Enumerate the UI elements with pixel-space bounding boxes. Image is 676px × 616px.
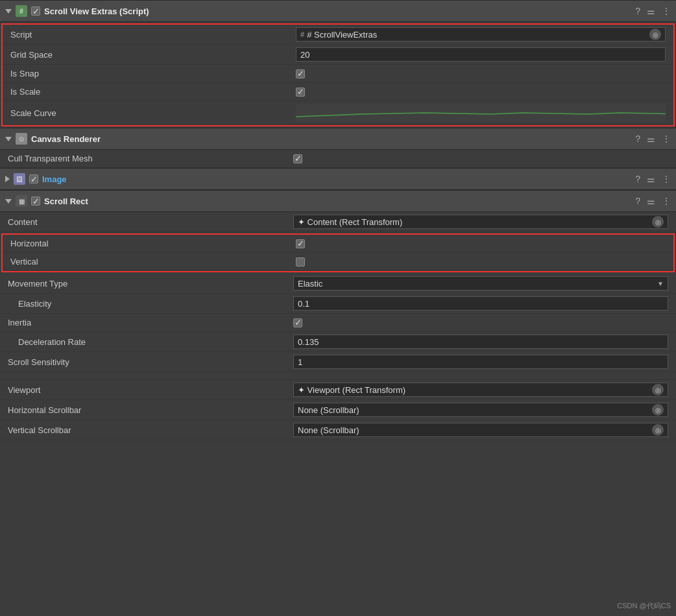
viewport-ref-field[interactable]: ✦ Viewport (Rect Transform) ◎ xyxy=(293,383,668,397)
script-label: Script xyxy=(10,30,296,40)
scroll-view-extras-collapse[interactable] xyxy=(5,9,12,14)
cull-transparent-checkbox[interactable] xyxy=(293,154,302,163)
scroll-rect-header: ▦ Scroll Rect ? ⚌ ⋮ xyxy=(0,190,676,212)
scroll-sensitivity-input[interactable] xyxy=(293,355,668,369)
h-scrollbar-ref-target[interactable]: ◎ xyxy=(652,404,664,416)
scroll-view-extras-header: # Scroll View Extras (Script) ? ⚌ ⋮ xyxy=(0,0,676,22)
movement-type-value: Elastic ▼ xyxy=(293,276,668,290)
viewport-value: ✦ Viewport (Rect Transform) ◎ xyxy=(293,383,668,397)
canvas-help-icon[interactable]: ? xyxy=(635,134,640,144)
inertia-label: Inertia xyxy=(8,318,293,327)
script-ref-icon: # xyxy=(300,30,304,38)
scroll-sensitivity-value xyxy=(293,355,668,369)
movement-type-label: Movement Type xyxy=(8,279,293,289)
scale-curve-value xyxy=(296,104,666,122)
scroll-rect-title: Scroll Rect xyxy=(44,196,88,206)
image-collapse[interactable] xyxy=(5,176,10,182)
movement-type-text: Elastic xyxy=(298,279,657,289)
canvas-renderer-title: Canvas Renderer xyxy=(31,134,101,144)
deceleration-rate-label: Deceleration Rate xyxy=(8,337,293,347)
is-snap-checkbox[interactable] xyxy=(296,69,305,78)
horizontal-value xyxy=(296,239,666,248)
cull-transparent-row: Cull Transparent Mesh xyxy=(0,150,676,168)
grid-space-input[interactable] xyxy=(296,47,666,62)
vertical-row: Vertical xyxy=(3,253,673,271)
image-enable-check xyxy=(30,174,38,184)
scale-curve-row: Scale Curve xyxy=(3,101,673,125)
is-snap-label: Is Snap xyxy=(10,69,296,78)
canvas-renderer-header: ⊙ Canvas Renderer ? ⚌ ⋮ xyxy=(0,128,676,150)
movement-type-dropdown[interactable]: Elastic ▼ xyxy=(293,276,668,290)
v-scrollbar-ref-field[interactable]: None (Scrollbar) ◎ xyxy=(293,423,668,437)
vertical-value xyxy=(296,257,666,267)
inertia-row: Inertia xyxy=(0,314,676,332)
is-snap-row: Is Snap xyxy=(3,65,673,83)
content-ref-field[interactable]: ✦ Content (Rect Transform) ◎ xyxy=(293,215,668,229)
image-more-icon[interactable]: ⋮ xyxy=(662,174,671,184)
script-ref-target[interactable]: ◎ xyxy=(649,29,661,40)
deceleration-rate-value xyxy=(293,335,668,349)
script-icon: # xyxy=(16,5,27,17)
scroll-view-extras-content: Script # # ScrollViewExtras ◎ Grid Space… xyxy=(1,23,675,126)
cull-transparent-value xyxy=(293,154,668,163)
vertical-checkbox[interactable] xyxy=(296,257,305,267)
deceleration-rate-row: Deceleration Rate xyxy=(0,332,676,352)
elasticity-row: Elasticity xyxy=(0,294,676,314)
viewport-ref-target[interactable]: ◎ xyxy=(652,384,664,396)
inertia-checkbox[interactable] xyxy=(293,318,302,327)
script-ref-field[interactable]: # # ScrollViewExtras ◎ xyxy=(296,27,666,41)
canvas-settings-icon[interactable]: ⚌ xyxy=(647,134,655,144)
script-row: Script # # ScrollViewExtras ◎ xyxy=(3,25,673,45)
canvas-renderer-collapse[interactable] xyxy=(5,137,12,141)
vertical-scrollbar-label: Vertical Scrollbar xyxy=(8,425,293,435)
image-enable[interactable] xyxy=(29,174,38,184)
movement-type-arrow: ▼ xyxy=(657,280,664,287)
canvas-more-icon[interactable]: ⋮ xyxy=(662,134,671,144)
spacer-row xyxy=(0,372,676,380)
scroll-sensitivity-label: Scroll Sensitivity xyxy=(8,357,293,367)
image-help-icon[interactable]: ? xyxy=(635,174,640,184)
content-ref-target[interactable]: ◎ xyxy=(652,216,664,228)
scale-curve-widget[interactable] xyxy=(296,104,666,122)
content-row: Content ✦ Content (Rect Transform) ◎ xyxy=(0,212,676,232)
cull-transparent-label: Cull Transparent Mesh xyxy=(8,154,293,163)
deceleration-rate-input[interactable] xyxy=(293,335,668,349)
image-header: 🖼 Image ? ⚌ ⋮ xyxy=(0,168,676,190)
scroll-view-extras-enable[interactable] xyxy=(31,6,40,16)
viewport-row: Viewport ✦ Viewport (Rect Transform) ◎ xyxy=(0,380,676,400)
v-scrollbar-ref-target[interactable]: ◎ xyxy=(652,424,664,436)
scroll-rect-help-icon[interactable]: ? xyxy=(635,196,640,206)
elasticity-label: Elasticity xyxy=(8,299,293,309)
vertical-label: Vertical xyxy=(10,257,296,267)
horizontal-row: Horizontal xyxy=(3,235,673,253)
is-scale-checkbox[interactable] xyxy=(296,88,305,97)
more-icon[interactable]: ⋮ xyxy=(662,6,671,16)
elasticity-input[interactable] xyxy=(293,296,668,311)
horizontal-checkbox[interactable] xyxy=(296,239,305,248)
is-scale-check xyxy=(297,87,304,97)
scroll-rect-more-icon[interactable]: ⋮ xyxy=(662,196,671,206)
horizontal-scrollbar-value: None (Scrollbar) ◎ xyxy=(293,403,668,417)
settings-icon[interactable]: ⚌ xyxy=(647,6,655,16)
canvas-icon: ⊙ xyxy=(16,133,27,145)
image-settings-icon[interactable]: ⚌ xyxy=(647,174,655,184)
help-icon[interactable]: ? xyxy=(635,6,640,16)
h-scrollbar-ref-field[interactable]: None (Scrollbar) ◎ xyxy=(293,403,668,417)
script-ref-text: # ScrollViewExtras xyxy=(307,30,647,40)
horizontal-scrollbar-row: Horizontal Scrollbar None (Scrollbar) ◎ xyxy=(0,400,676,420)
inspector-panel: # Scroll View Extras (Script) ? ⚌ ⋮ Scri… xyxy=(0,0,676,440)
is-scale-row: Is Scale xyxy=(3,83,673,101)
watermark: CSDN @代码CS xyxy=(617,601,671,611)
inertia-value xyxy=(293,318,668,327)
content-label: Content xyxy=(8,217,293,227)
hv-outline: Horizontal Vertical xyxy=(1,233,675,272)
vertical-scrollbar-value: None (Scrollbar) ◎ xyxy=(293,423,668,437)
scroll-rect-enable[interactable] xyxy=(31,196,40,206)
scroll-rect-content: Content ✦ Content (Rect Transform) ◎ Hor… xyxy=(0,212,676,440)
enable-checkmark xyxy=(32,6,40,16)
canvas-renderer-content: Cull Transparent Mesh xyxy=(0,150,676,168)
is-scale-value xyxy=(296,88,666,97)
inertia-check xyxy=(295,318,302,327)
scroll-rect-settings-icon[interactable]: ⚌ xyxy=(647,196,655,206)
scroll-rect-collapse[interactable] xyxy=(5,199,12,204)
